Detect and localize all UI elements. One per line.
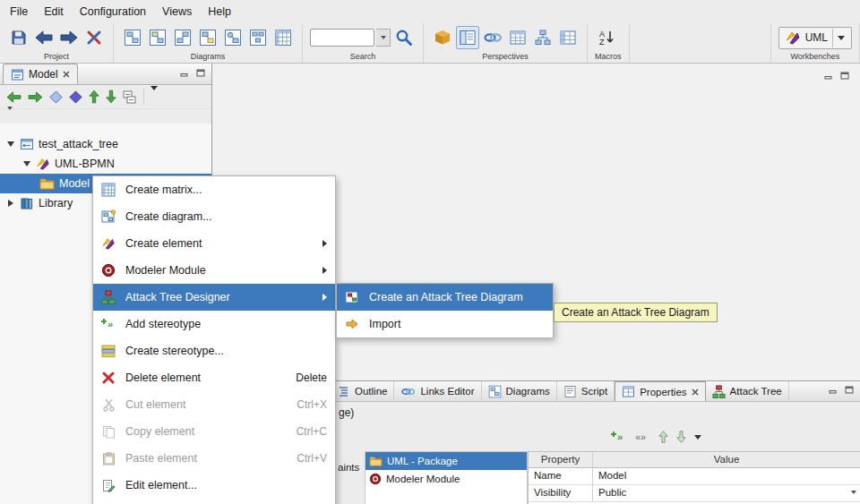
menu-item-create-stereotype[interactable]: Create stereotype... — [93, 337, 335, 364]
search-input[interactable] — [310, 29, 374, 47]
hierarchy-perspective-button[interactable] — [531, 26, 555, 49]
tree-row-project[interactable]: test_attack_tree — [0, 134, 211, 154]
view-filter-caret[interactable] — [7, 110, 13, 123]
cut-icon — [102, 398, 116, 412]
element-list: UML - Package Modeler Module — [365, 451, 528, 504]
sort-macro-button[interactable]: AZ — [595, 26, 618, 49]
configuration-button[interactable] — [82, 26, 106, 49]
menu-views[interactable]: Views — [154, 0, 200, 23]
menu-item-edit-element[interactable]: Edit element... — [93, 472, 335, 499]
matrix-perspective-button[interactable] — [556, 26, 580, 49]
properties-icon — [622, 385, 635, 398]
expander-closed-icon[interactable] — [5, 200, 15, 207]
visibility-dropdown-icon[interactable] — [851, 491, 856, 494]
tab-outline[interactable]: Outline — [331, 381, 394, 401]
move-down-tree-button[interactable] — [106, 90, 116, 104]
project-icon — [20, 137, 34, 151]
expander-open-icon[interactable] — [5, 141, 15, 147]
diagram-button-5[interactable] — [221, 26, 245, 49]
tree-view-menu-button[interactable] — [150, 90, 158, 103]
menu-item-modeler-module[interactable]: Modeler Module — [93, 257, 335, 284]
model-tab-icon — [11, 68, 24, 81]
table-perspective-button[interactable] — [506, 26, 529, 49]
search-button[interactable] — [392, 26, 416, 49]
menu-item-delete-element[interactable]: Delete element Delete — [93, 364, 335, 391]
table-row-visibility[interactable]: Visibility Public — [529, 485, 860, 502]
collapse-all-button[interactable] — [123, 90, 137, 104]
move-up-tree-button[interactable] — [89, 90, 99, 104]
import-icon — [345, 317, 359, 331]
redo-icon — [60, 30, 78, 45]
toolbar-group-label-search: Search — [310, 51, 416, 62]
navigate-back-button[interactable] — [6, 91, 22, 103]
maximize-icon[interactable] — [840, 72, 849, 80]
diagram-button-6[interactable] — [246, 26, 270, 49]
property-name-value[interactable]: Model — [593, 468, 860, 484]
tab-label: Properties — [640, 387, 686, 397]
menu-item-copy-element: Copy element Ctrl+C — [93, 418, 335, 445]
diagram-button-3[interactable] — [171, 26, 194, 49]
menu-file[interactable]: File — [2, 0, 36, 23]
tab-links-editor[interactable]: Links Editor — [394, 381, 481, 401]
menu-item-create-element[interactable]: Create element — [93, 230, 335, 257]
tab-diagrams[interactable]: Diagrams — [482, 381, 557, 401]
workbench-selector[interactable]: UML — [778, 27, 852, 49]
maximize-icon[interactable] — [196, 69, 205, 77]
table-row-name[interactable]: Name Model — [529, 468, 860, 485]
move-down-button[interactable] — [676, 429, 686, 445]
menu-configuration[interactable]: Configuration — [72, 0, 154, 23]
minimize-icon[interactable] — [829, 386, 838, 394]
hierarchy-icon — [534, 29, 552, 47]
element-modeler-module[interactable]: Modeler Module — [366, 470, 527, 488]
toolbar-group-label-macros: Macros — [595, 51, 622, 62]
up-arrow-icon — [658, 431, 668, 443]
tab-model[interactable]: Model — [3, 64, 78, 84]
menu-help[interactable]: Help — [200, 0, 239, 23]
minimize-icon[interactable] — [180, 69, 189, 77]
properties-side-tab-partial[interactable]: aints — [338, 462, 359, 473]
close-icon[interactable] — [692, 389, 699, 396]
add-stereotype-button[interactable]: » — [610, 429, 626, 445]
remove-stereotype-button[interactable]: «» — [634, 429, 650, 445]
menu-item-add-stereotype[interactable]: » Add stereotype — [93, 311, 335, 337]
submenu-item-create-attack-tree-diagram[interactable]: Create an Attack Tree Diagram — [337, 284, 553, 311]
save-button[interactable] — [7, 26, 30, 49]
tree-row-uml-bpmn[interactable]: UML-BPMN — [0, 154, 211, 174]
links-perspective-button[interactable] — [481, 26, 504, 49]
diagram-button-7[interactable] — [271, 26, 295, 49]
menu-item-cut-element: Cut element Ctrl+X — [93, 391, 335, 418]
navigate-forward-button[interactable] — [28, 91, 43, 103]
menu-edit[interactable]: Edit — [36, 0, 72, 23]
tab-label: Script — [581, 386, 607, 397]
next-diamond-button[interactable] — [69, 90, 82, 104]
menu-item-create-matrix[interactable]: Create matrix... — [93, 176, 335, 203]
diagram-button-2[interactable] — [146, 26, 169, 49]
undo-button[interactable] — [32, 26, 56, 49]
element-uml-package[interactable]: UML - Package — [366, 452, 527, 470]
expander-open-icon[interactable] — [22, 161, 31, 167]
menu-item-attack-tree-designer[interactable]: Attack Tree Designer — [93, 284, 335, 311]
close-icon[interactable] — [63, 71, 70, 78]
diagram-button-1[interactable] — [121, 26, 144, 49]
diagram-button-4[interactable] — [196, 26, 219, 49]
element-label: UML - Package — [387, 456, 458, 466]
open-perspective-button[interactable] — [431, 26, 454, 49]
tab-attack-tree[interactable]: Attack Tree — [706, 381, 789, 401]
menu-item-create-diagram[interactable]: Create diagram... — [93, 203, 335, 230]
search-history-dropdown[interactable] — [376, 29, 391, 47]
submenu-arrow-icon — [322, 294, 327, 301]
workbench-dropdown[interactable] — [832, 29, 848, 47]
property-visibility-value[interactable]: Public — [593, 485, 860, 501]
tab-properties[interactable]: Properties — [615, 381, 705, 401]
toolbar-group-label-diagrams: Diagrams — [121, 51, 295, 62]
maximize-icon[interactable] — [845, 386, 854, 394]
light-diamond-icon — [49, 90, 63, 104]
previous-diamond-button[interactable] — [49, 90, 63, 104]
redo-button[interactable] — [57, 26, 81, 49]
minimize-icon[interactable] — [824, 72, 833, 80]
tab-script[interactable]: Script — [557, 381, 615, 401]
submenu-item-import[interactable]: Import — [337, 311, 553, 337]
move-up-button[interactable] — [658, 429, 668, 445]
layout-perspective-button[interactable] — [456, 26, 479, 49]
table-menu-button[interactable] — [694, 429, 701, 445]
